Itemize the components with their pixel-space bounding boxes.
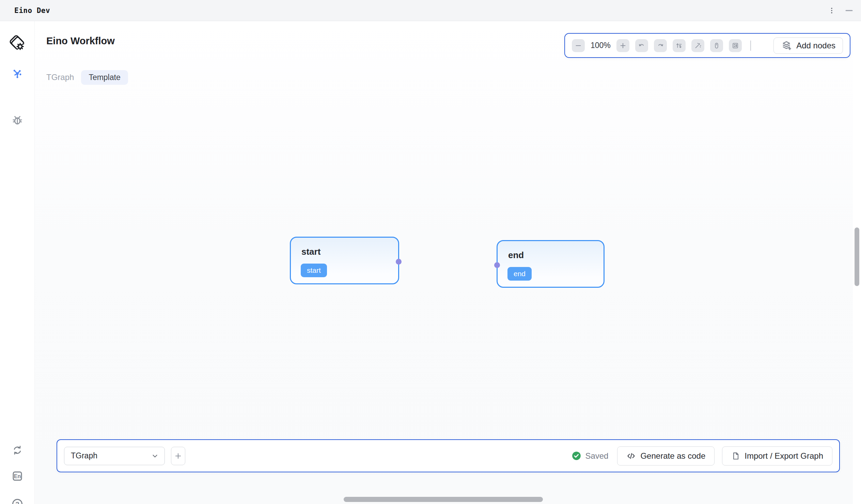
app-window: Eino Dev [0,0,861,504]
chevron-down-icon [151,452,159,460]
undo-icon [638,42,645,50]
horizontal-scrollbar-thumb[interactable] [344,497,543,502]
auto-layout-icon [675,42,683,50]
template-badge: Template [81,70,128,85]
save-status-label: Saved [585,451,608,461]
save-status: Saved [572,451,608,461]
node-type-badge: start [301,263,327,277]
zoom-in-button[interactable] [616,39,629,52]
add-graph-button[interactable] [171,447,185,465]
node-type-badge: end [507,267,532,281]
node-title: end [508,250,524,260]
plus-icon [619,42,627,50]
plus-icon [174,452,182,460]
workflow-canvas[interactable] [35,21,861,504]
debug-bug-icon[interactable] [0,114,35,126]
redo-icon [657,42,664,50]
auto-layout-button[interactable] [673,39,686,52]
check-circle-icon [572,451,581,460]
minimap-icon [732,42,739,50]
graph-select-value: TGraph [71,451,151,460]
window-titlebar: Eino Dev [0,0,861,21]
page-title: Eino Workflow [46,36,115,47]
zoom-out-button[interactable] [572,39,585,52]
canvas-toolbar: 100% [564,33,850,58]
app-logo-icon[interactable] [0,33,35,52]
zoom-level-label: 100% [591,41,611,50]
add-nodes-label: Add nodes [796,41,835,51]
help-label: ? [15,501,19,504]
redo-button[interactable] [654,39,667,52]
node-title: start [301,247,320,257]
graph-select[interactable]: TGraph [64,447,165,465]
undo-button[interactable] [635,39,648,52]
breadcrumb: TGraph Template [46,70,128,85]
minimap-button[interactable] [729,39,742,52]
toolbar-divider [750,41,751,51]
sidebar: En ? [0,21,35,504]
mouse-mode-button[interactable] [710,39,723,52]
minus-icon [575,42,582,50]
graph-footer-bar: TGraph Saved Generate as cod [56,439,840,472]
refresh-icon[interactable] [0,445,35,456]
window-title: Eino Dev [14,6,50,15]
language-en-icon[interactable]: En [0,470,35,482]
graph-name-label[interactable]: TGraph [46,72,74,82]
input-port-handle[interactable] [494,262,500,268]
help-icon[interactable]: ? [0,498,35,504]
add-nodes-button[interactable]: Add nodes [774,38,843,54]
magic-wand-icon [694,42,701,50]
magic-wand-button[interactable] [692,39,704,52]
kebab-menu-icon[interactable] [828,6,836,15]
mouse-icon [713,42,720,50]
import-export-button[interactable]: Import / Export Graph [722,447,832,465]
workflow-graph-icon[interactable] [0,67,35,80]
minimize-icon[interactable] [845,6,853,15]
node-end[interactable]: end end [496,240,604,288]
vertical-scrollbar-thumb[interactable] [855,228,859,286]
generate-code-button[interactable]: Generate as code [617,447,714,465]
layers-plus-icon [781,40,792,51]
code-icon [626,451,636,461]
file-icon [731,452,740,460]
import-export-label: Import / Export Graph [744,451,823,461]
language-en-label: En [14,473,21,479]
output-port-handle[interactable] [396,259,401,264]
generate-code-label: Generate as code [640,451,705,461]
node-start[interactable]: start start [290,237,399,284]
